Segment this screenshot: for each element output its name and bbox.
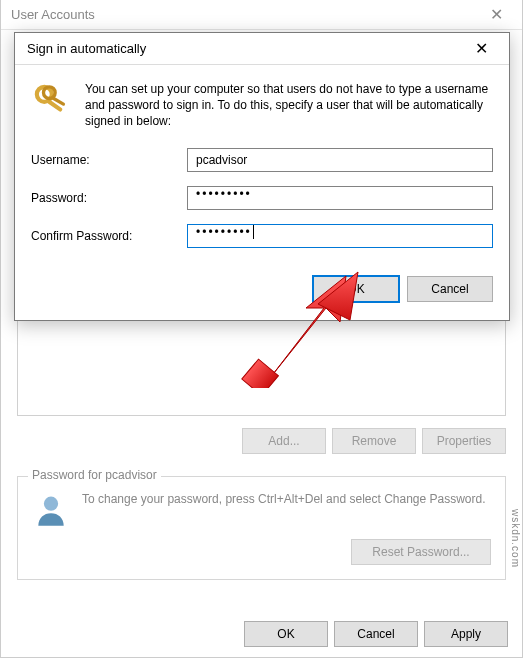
user-avatar-icon (32, 491, 70, 529)
parent-bottom-buttons: OK Cancel Apply (244, 621, 508, 647)
modal-intro-text: You can set up your computer so that use… (85, 81, 493, 130)
username-label: Username: (31, 153, 187, 167)
confirm-password-input[interactable]: ••••••••• (187, 224, 493, 248)
reset-password-button[interactable]: Reset Password... (351, 539, 491, 565)
username-row: Username: (31, 148, 493, 172)
keys-icon (31, 81, 71, 121)
modal-body: You can set up your computer so that use… (15, 65, 509, 320)
parent-cancel-button[interactable]: Cancel (334, 621, 418, 647)
username-input[interactable] (187, 148, 493, 172)
password-input[interactable]: ••••••••• (187, 186, 493, 210)
properties-button[interactable]: Properties (422, 428, 506, 454)
password-label: Password: (31, 191, 187, 205)
modal-titlebar: Sign in automatically ✕ (15, 33, 509, 65)
confirm-password-row: Confirm Password: ••••••••• (31, 224, 493, 248)
watermark-text: wskdn.com (510, 509, 521, 568)
add-button[interactable]: Add... (242, 428, 326, 454)
sign-in-automatically-dialog: Sign in automatically ✕ You can set up y… (14, 32, 510, 321)
user-list-buttons: Add... Remove Properties (17, 428, 506, 454)
remove-button[interactable]: Remove (332, 428, 416, 454)
parent-ok-button[interactable]: OK (244, 621, 328, 647)
modal-button-row: OK Cancel (31, 276, 493, 302)
parent-close-icon[interactable]: ✕ (478, 5, 514, 24)
modal-title: Sign in automatically (27, 41, 146, 56)
password-row: Password: ••••••••• (31, 186, 493, 210)
confirm-password-label: Confirm Password: (31, 229, 187, 243)
modal-close-icon[interactable]: ✕ (461, 35, 501, 63)
modal-ok-button[interactable]: OK (313, 276, 399, 302)
password-fieldset: Password for pcadvisor To change your pa… (17, 476, 506, 580)
parent-apply-button[interactable]: Apply (424, 621, 508, 647)
text-caret (253, 225, 254, 239)
password-legend: Password for pcadvisor (28, 468, 161, 482)
parent-titlebar: User Accounts ✕ (1, 0, 522, 30)
modal-cancel-button[interactable]: Cancel (407, 276, 493, 302)
password-help-text: To change your password, press Ctrl+Alt+… (82, 491, 491, 507)
parent-title: User Accounts (11, 7, 95, 22)
svg-point-0 (44, 497, 58, 511)
